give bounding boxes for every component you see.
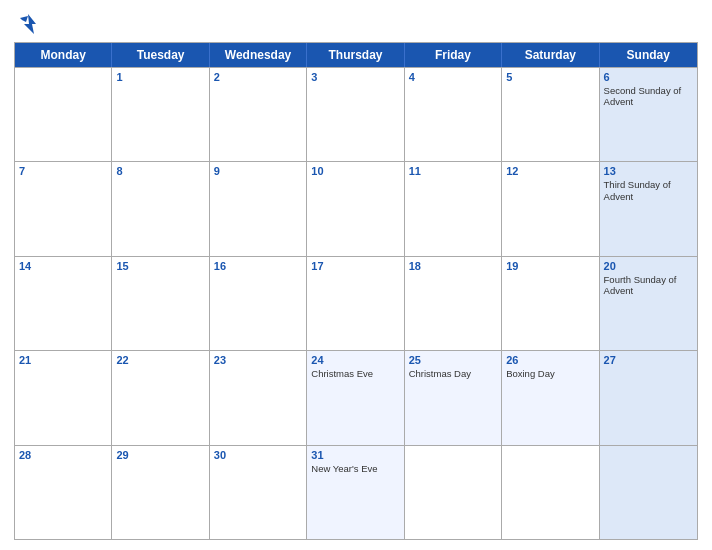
calendar-cell: 1 xyxy=(112,68,209,161)
calendar-cell: 9 xyxy=(210,162,307,255)
holiday-name: Third Sunday of Advent xyxy=(604,179,693,202)
header-cell-sunday: Sunday xyxy=(600,43,697,67)
day-number: 6 xyxy=(604,71,693,83)
calendar-cell xyxy=(502,446,599,539)
day-number: 13 xyxy=(604,165,693,177)
day-number: 7 xyxy=(19,165,107,177)
calendar-cell: 30 xyxy=(210,446,307,539)
calendar-cell: 10 xyxy=(307,162,404,255)
calendar-cell: 8 xyxy=(112,162,209,255)
header-cell-saturday: Saturday xyxy=(502,43,599,67)
day-number: 2 xyxy=(214,71,302,83)
logo-bird-icon xyxy=(14,10,42,38)
header-cell-wednesday: Wednesday xyxy=(210,43,307,67)
top-bar xyxy=(14,10,698,38)
day-number: 18 xyxy=(409,260,497,272)
logo xyxy=(14,10,46,38)
holiday-name: Fourth Sunday of Advent xyxy=(604,274,693,297)
day-number: 20 xyxy=(604,260,693,272)
day-number: 4 xyxy=(409,71,497,83)
calendar-cell: 2 xyxy=(210,68,307,161)
holiday-name: Christmas Day xyxy=(409,368,497,379)
day-number: 29 xyxy=(116,449,204,461)
holiday-name: Second Sunday of Advent xyxy=(604,85,693,108)
day-number: 9 xyxy=(214,165,302,177)
day-number: 11 xyxy=(409,165,497,177)
day-number: 27 xyxy=(604,354,693,366)
calendar-header: MondayTuesdayWednesdayThursdayFridaySatu… xyxy=(15,43,697,67)
calendar-cell: 4 xyxy=(405,68,502,161)
calendar-cell xyxy=(405,446,502,539)
calendar-cell: 7 xyxy=(15,162,112,255)
calendar-row: 78910111213Third Sunday of Advent xyxy=(15,161,697,255)
header-cell-monday: Monday xyxy=(15,43,112,67)
calendar-row: 21222324Christmas Eve25Christmas Day26Bo… xyxy=(15,350,697,444)
calendar-cell: 3 xyxy=(307,68,404,161)
calendar-cell: 26Boxing Day xyxy=(502,351,599,444)
day-number: 23 xyxy=(214,354,302,366)
calendar-cell: 28 xyxy=(15,446,112,539)
calendar-cell: 16 xyxy=(210,257,307,350)
day-number: 28 xyxy=(19,449,107,461)
calendar-cell: 29 xyxy=(112,446,209,539)
day-number: 22 xyxy=(116,354,204,366)
calendar-cell: 22 xyxy=(112,351,209,444)
day-number: 5 xyxy=(506,71,594,83)
day-number: 26 xyxy=(506,354,594,366)
calendar-cell: 21 xyxy=(15,351,112,444)
calendar-cell: 13Third Sunday of Advent xyxy=(600,162,697,255)
calendar-cell: 6Second Sunday of Advent xyxy=(600,68,697,161)
holiday-name: Boxing Day xyxy=(506,368,594,379)
calendar-cell: 12 xyxy=(502,162,599,255)
calendar-cell: 25Christmas Day xyxy=(405,351,502,444)
day-number: 16 xyxy=(214,260,302,272)
calendar-body: 123456Second Sunday of Advent78910111213… xyxy=(15,67,697,539)
day-number: 30 xyxy=(214,449,302,461)
day-number: 21 xyxy=(19,354,107,366)
day-number: 12 xyxy=(506,165,594,177)
calendar-cell: 31New Year's Eve xyxy=(307,446,404,539)
holiday-name: Christmas Eve xyxy=(311,368,399,379)
day-number: 25 xyxy=(409,354,497,366)
day-number: 14 xyxy=(19,260,107,272)
header-cell-friday: Friday xyxy=(405,43,502,67)
page: MondayTuesdayWednesdayThursdayFridaySatu… xyxy=(0,0,712,550)
calendar-cell: 5 xyxy=(502,68,599,161)
day-number: 15 xyxy=(116,260,204,272)
calendar-cell: 24Christmas Eve xyxy=(307,351,404,444)
day-number: 8 xyxy=(116,165,204,177)
calendar-cell xyxy=(600,446,697,539)
calendar-cell: 14 xyxy=(15,257,112,350)
day-number: 3 xyxy=(311,71,399,83)
day-number: 19 xyxy=(506,260,594,272)
day-number: 1 xyxy=(116,71,204,83)
day-number: 10 xyxy=(311,165,399,177)
holiday-name: New Year's Eve xyxy=(311,463,399,474)
day-number: 17 xyxy=(311,260,399,272)
calendar-row: 14151617181920Fourth Sunday of Advent xyxy=(15,256,697,350)
day-number: 31 xyxy=(311,449,399,461)
calendar-row: 28293031New Year's Eve xyxy=(15,445,697,539)
calendar-cell: 11 xyxy=(405,162,502,255)
calendar-cell: 19 xyxy=(502,257,599,350)
calendar-cell: 18 xyxy=(405,257,502,350)
calendar-cell: 15 xyxy=(112,257,209,350)
calendar-cell: 17 xyxy=(307,257,404,350)
calendar-cell: 20Fourth Sunday of Advent xyxy=(600,257,697,350)
header-cell-thursday: Thursday xyxy=(307,43,404,67)
calendar-cell: 23 xyxy=(210,351,307,444)
calendar-cell xyxy=(15,68,112,161)
header-cell-tuesday: Tuesday xyxy=(112,43,209,67)
calendar: MondayTuesdayWednesdayThursdayFridaySatu… xyxy=(14,42,698,540)
calendar-cell: 27 xyxy=(600,351,697,444)
calendar-row: 123456Second Sunday of Advent xyxy=(15,67,697,161)
svg-marker-1 xyxy=(20,16,28,22)
day-number: 24 xyxy=(311,354,399,366)
